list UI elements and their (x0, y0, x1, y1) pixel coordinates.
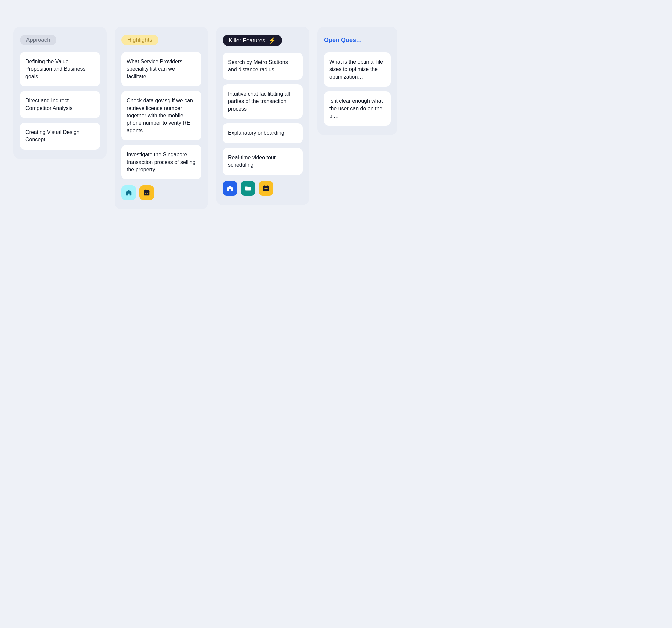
svg-rect-3 (148, 190, 148, 191)
card-highlights-3: Investigate the Singapore transaction pr… (121, 145, 201, 179)
app-icon-home-cyan[interactable] (121, 185, 136, 200)
card-killer-4: Real-time video tour scheduling (223, 148, 303, 175)
column-approach: Approach Defining the Value Proposition … (13, 27, 107, 159)
card-approach-1: Defining the Value Proposition and Busin… (20, 52, 100, 86)
card-killer-2: Intuitive chat facilitating all parties … (223, 84, 303, 119)
column-header-approach: Approach (20, 35, 100, 45)
svg-rect-2 (145, 190, 146, 191)
card-killer-3: Explanatory onboarding (223, 123, 303, 143)
card-open-1: What is the optimal file sizes to optimi… (324, 52, 391, 87)
app-icon-folder-teal[interactable] (241, 181, 255, 196)
kanban-board: Approach Defining the Value Proposition … (13, 27, 659, 209)
board-wrapper: Approach Defining the Value Proposition … (13, 27, 659, 209)
svg-rect-7 (263, 186, 269, 188)
badge-approach: Approach (20, 35, 56, 45)
card-highlights-2: Check data.gov.sg if we can retrieve lic… (121, 91, 201, 140)
column-highlights: Highlights What Service Providers specia… (115, 27, 208, 209)
app-icon-calendar-yellow-killer[interactable] (259, 181, 273, 196)
badge-killer-features: Killer Features ⚡ (223, 35, 282, 46)
app-icon-home-blue[interactable] (223, 181, 237, 196)
icon-row-killer (223, 181, 303, 196)
icon-row-highlights (121, 185, 201, 200)
svg-rect-4 (145, 193, 146, 194)
card-highlights-1: What Service Providers speciality list c… (121, 52, 201, 86)
column-killer-features: Killer Features ⚡ Search by Metro Statio… (216, 27, 309, 205)
column-header-open-questions: Open Ques… (324, 35, 391, 46)
card-open-2: Is it clear enough what the user can do … (324, 91, 391, 126)
badge-highlights: Highlights (121, 35, 158, 45)
svg-rect-11 (266, 188, 268, 189)
svg-rect-10 (264, 188, 266, 189)
column-open-questions: Open Ques… What is the optimal file size… (317, 27, 397, 135)
svg-rect-1 (144, 190, 150, 192)
column-header-killer-features: Killer Features ⚡ (223, 35, 303, 46)
app-icon-calendar-yellow-highlights[interactable] (139, 185, 154, 200)
svg-rect-8 (264, 185, 265, 187)
svg-rect-9 (267, 185, 268, 187)
badge-open-questions: Open Ques… (324, 35, 368, 46)
column-header-highlights: Highlights (121, 35, 201, 45)
lightning-icon: ⚡ (269, 37, 276, 44)
card-approach-2: Direct and Indirect Competitor Analysis (20, 91, 100, 118)
card-approach-3: Creating Visual Design Concept (20, 123, 100, 150)
card-killer-1: Search by Metro Stations and distance ra… (223, 53, 303, 80)
svg-rect-5 (147, 193, 148, 194)
